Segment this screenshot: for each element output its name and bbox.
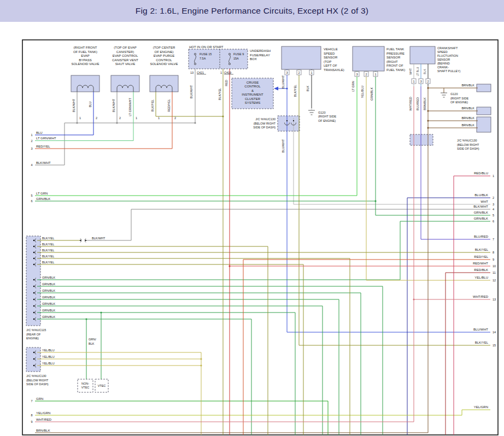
underdash-label: BOX	[250, 57, 257, 61]
crank-label: FLUCTUATION	[437, 54, 458, 57]
fuse15-label: FUSE 15	[200, 52, 212, 56]
wire-label: BLK/YEL	[218, 88, 221, 100]
right-wire-label: BLU/WHT	[473, 328, 488, 331]
wire-label: LT GRN	[351, 81, 355, 92]
jc-uc130-dash-label: J/C %%UC130	[255, 117, 276, 121]
vent-shut-label: CANISTER VENT	[112, 58, 138, 62]
pin-number: 3	[420, 80, 421, 83]
jc-uc130-dash-box	[278, 116, 300, 131]
fuse9-label: FUSE 9	[233, 52, 244, 56]
jc-uc130-dash-label: (BELOW RIGHT	[254, 122, 276, 125]
ftp-label: (RIGHT	[386, 60, 398, 63]
left-wire-number: 6	[31, 199, 32, 203]
right-wire-label: YEL/BLU	[474, 276, 488, 279]
ground-label: (RIGHT SIDE	[318, 115, 337, 118]
wire-label: BLU/RED	[416, 97, 419, 110]
right-wire-number: 9	[493, 258, 494, 261]
wire-label: BLU/WHT	[282, 75, 285, 89]
pin-number: 1	[79, 116, 81, 120]
crank-label: CRANKSHAFT	[437, 46, 458, 50]
non-vtec-label: VTEC	[81, 386, 90, 389]
wire-label: YEL/BLU	[42, 355, 55, 358]
vent-shut-label: (TOP OF EVAP	[114, 46, 136, 49]
vss-label: SENSOR	[324, 56, 338, 59]
right-wire-label: BLK/YEL	[475, 341, 489, 344]
wire-label: BRN/BLK	[461, 84, 474, 87]
vehicle-speed-sensor-box	[282, 46, 321, 69]
connector-id: C421	[197, 71, 204, 74]
left-wire-label: BLK/WHT	[36, 161, 51, 164]
right-wire-number: 5	[493, 214, 494, 217]
crank-label: SHAFT PULLEY)	[437, 69, 461, 73]
wire-label: GRN/	[89, 338, 96, 341]
wire-yelgrn-circuit	[35, 410, 490, 415]
right-wire-number: 2	[493, 196, 494, 199]
wire-label: BLK/YEL	[42, 255, 54, 258]
left-wire-label: LT GRN	[36, 192, 48, 195]
wire-label: BLK/WHT	[112, 98, 115, 112]
left-wire-label: BRN/BLK	[36, 429, 50, 432]
right-wire-number: 8	[493, 251, 494, 254]
right-wire-number: 3	[493, 203, 494, 206]
right-wire-label: GRN/BLK	[474, 211, 488, 214]
underdash-label: UNDERDASH	[250, 49, 271, 52]
wire-wht-circuit	[294, 118, 490, 204]
wire-label: BLK/YEL	[42, 249, 54, 252]
pin-number: 1	[310, 71, 312, 74]
cruise-arrow-icon	[274, 87, 278, 91]
wire-label: YEL/BLU	[42, 362, 55, 365]
jc-uc130-left-label: SIDE OF DASH)	[26, 382, 49, 386]
right-connector-c	[477, 117, 491, 132]
left-wire-number: 2	[31, 139, 32, 143]
vss-label: LEFT OF	[324, 64, 337, 67]
right-wire-label: RED/BLU	[474, 172, 488, 175]
wire-label: RED/YEL	[167, 99, 171, 112]
right-connector-b	[477, 107, 491, 115]
wire-label: BLU	[89, 102, 92, 108]
right-wire-number: 11	[493, 271, 496, 274]
jc-uc130-right-label: (BELOW RIGHT	[457, 143, 479, 146]
left-wire-label: BLU	[36, 131, 43, 134]
wire-label: WHT/RED	[409, 97, 412, 111]
crank-label: CRANK-	[437, 66, 449, 69]
evap-bypass-label: OF FUEL TANK)	[73, 50, 97, 54]
jc-uc115-label: (REAR OF	[26, 333, 41, 336]
wiring-diagram: (RIGHT FRONT OF FUEL TANK) EVAP BYPASS S…	[0, 0, 504, 436]
connector-pin: 1	[220, 71, 222, 74]
wire-label: BRN/BLK	[461, 107, 474, 110]
purge-valve-label: (TOP CENTER	[153, 46, 175, 49]
ground-g120-vss	[308, 110, 315, 115]
wire-grn-circuit	[35, 401, 328, 435]
purge-valve-label: EVAP PURGE	[154, 54, 174, 57]
evap-bypass-label: EVAP	[81, 54, 90, 57]
crank-label: SENSOR	[437, 58, 450, 61]
ground-label: (RIGHT SIDE	[450, 97, 469, 100]
wire-label: WHT	[409, 68, 412, 74]
jc-uc115-label: ENGINE)	[26, 337, 39, 340]
right-wire-number: 13	[493, 298, 496, 301]
left-wire-label: WHT/RED	[36, 418, 52, 421]
pin-number: 2	[298, 71, 300, 74]
connector-pin: 13	[190, 71, 194, 74]
wire-label: GRN/BLK	[42, 296, 55, 299]
left-wire-number: 4	[31, 163, 32, 167]
vent-shut-label: SHUT VALVE	[115, 62, 135, 66]
right-wire-label: RED/BLK	[474, 268, 488, 272]
left-wire-number: 3	[31, 147, 32, 150]
pin-number: 1	[158, 116, 160, 120]
ftp-label: FUEL TANK)	[386, 68, 405, 72]
wire-label: BLK/YEL	[42, 237, 54, 240]
wire-label: GRN/BLK	[42, 302, 55, 305]
vent-shut-valve-box	[111, 75, 139, 92]
ground-label: OF ENGINE)	[318, 119, 336, 122]
purge-valve-box	[150, 75, 178, 92]
wire-label: BLK/YEL	[151, 99, 154, 111]
right-wire-number: 7	[493, 238, 494, 241]
ground-label: OF ENGINE)	[450, 101, 468, 104]
fuse15-amp: 7.5A	[200, 57, 206, 60]
right-wire-label: BLU/BLK	[474, 193, 488, 197]
cruise-label: SYSTEMS	[245, 101, 261, 104]
fuel-tank-pressure-sensor-box	[353, 46, 384, 71]
wire-label: BLK/WHT	[72, 98, 75, 112]
underdash-label: FUSE/RELAY	[250, 54, 270, 57]
